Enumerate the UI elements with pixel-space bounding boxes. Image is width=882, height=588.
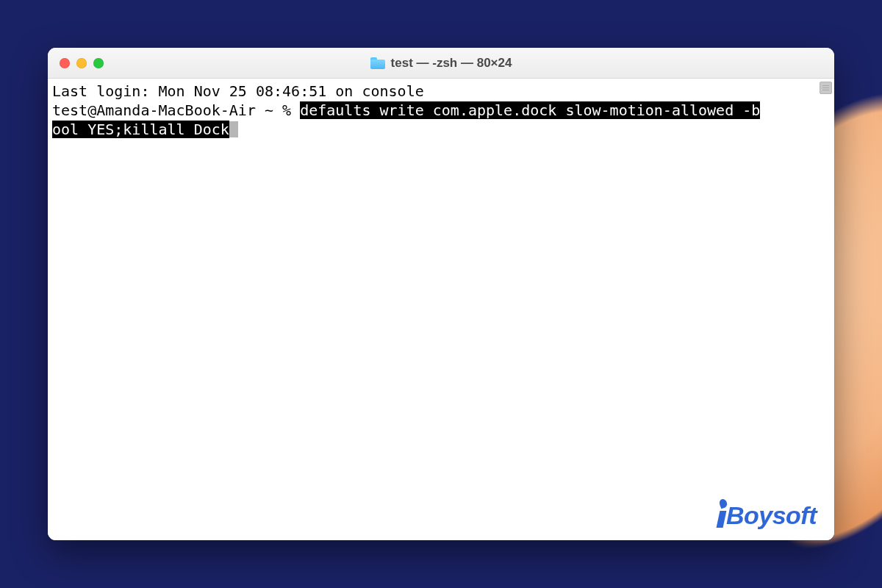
watermark: Boysoft [718, 498, 817, 530]
text-cursor [229, 121, 238, 137]
shell-prompt: test@Amanda-MacBook-Air ~ % [52, 101, 300, 119]
scrollbar-thumb[interactable] [820, 82, 832, 94]
window-titlebar[interactable]: test — -zsh — 80×24 [48, 48, 834, 79]
window-title: test — -zsh — 80×24 [48, 56, 834, 71]
command-selection-line2[interactable]: ool YES;killall Dock [52, 121, 229, 138]
last-login-line: Last login: Mon Nov 25 08:46:51 on conso… [52, 82, 424, 100]
terminal-body[interactable]: Last login: Mon Nov 25 08:46:51 on conso… [48, 79, 834, 540]
terminal-window: test — -zsh — 80×24 Last login: Mon Nov … [48, 48, 834, 540]
command-selection-line1[interactable]: defaults write com.apple.dock slow-motio… [300, 101, 760, 119]
watermark-text: Boysoft [726, 501, 817, 530]
folder-icon [370, 57, 385, 69]
window-title-text: test — -zsh — 80×24 [391, 56, 512, 71]
close-icon[interactable] [60, 58, 70, 68]
terminal-output[interactable]: Last login: Mon Nov 25 08:46:51 on conso… [52, 82, 831, 139]
traffic-lights [48, 58, 104, 68]
minimize-icon[interactable] [76, 58, 87, 68]
watermark-dot-icon [718, 498, 725, 530]
zoom-icon[interactable] [93, 58, 104, 68]
